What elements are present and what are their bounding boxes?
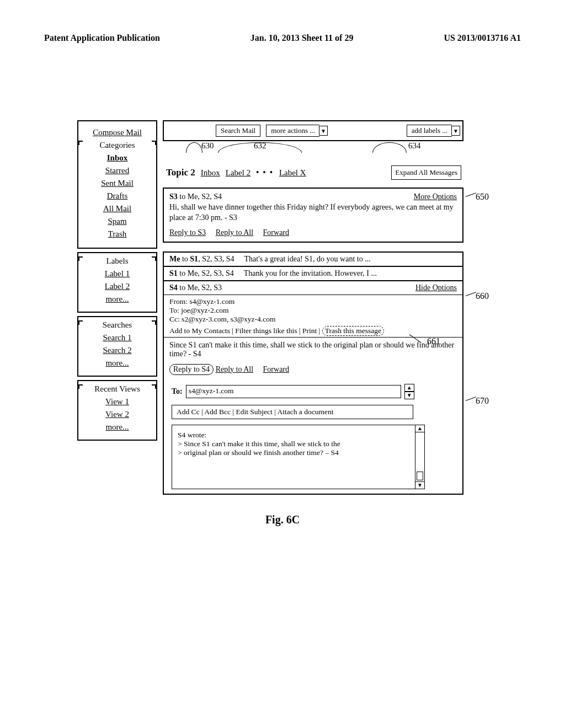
sidebar-view-1[interactable]: View 1 (79, 397, 155, 406)
ref-650: 650 (476, 192, 489, 202)
collapsed-message[interactable]: S1 to Me, S2, S3, S4 Thank you for the i… (163, 267, 463, 281)
sidebar-starred[interactable]: Starred (79, 166, 155, 175)
label-ellipsis: • • • (256, 168, 274, 177)
sidebar-search-1[interactable]: Search 1 (79, 333, 155, 342)
sidebar-all-mail[interactable]: All Mail (79, 204, 155, 213)
forward-link[interactable]: Forward (263, 228, 289, 237)
compose-mail-link[interactable]: Compose Mail (79, 128, 155, 137)
topic-label-x[interactable]: Label X (279, 168, 306, 178)
compose-textarea[interactable]: S4 wrote: > Since S1 can't make it this … (172, 425, 415, 489)
sidebar-label-1[interactable]: Label 1 (79, 269, 155, 279)
message-card: S3 to Me, S2, S4 More Options Hi, shall … (163, 188, 463, 243)
ref-632: 632 (254, 141, 266, 151)
sidebar-sent-mail[interactable]: Sent Mail (79, 179, 155, 188)
add-labels-dropdown[interactable]: add labels ... ▼ (407, 125, 460, 137)
message-participants: Me to S1, S2, S3, S4 (169, 255, 234, 264)
recent-views-heading: Recent Views (79, 384, 155, 394)
hide-options-link[interactable]: Hide Options (415, 283, 457, 292)
reply-all-link[interactable]: Reply to All (216, 228, 253, 237)
message-meta-actions: Add to My Contacts | Filter things like … (164, 326, 462, 337)
scroll-down-icon[interactable]: ▼ (415, 481, 424, 489)
to-field[interactable]: s4@xyz-1.com (186, 385, 401, 398)
meta-cc: Cc: s2@xyz-3.com, s3@xyz-4.com (169, 315, 457, 324)
forward-link[interactable]: Forward (263, 365, 289, 373)
message-snippet: That's a great idea! S1, do you want to … (244, 255, 370, 264)
compose-options[interactable]: Add Cc | Add Bcc | Edit Subject | Attach… (172, 405, 413, 419)
trash-this-message[interactable]: Trash this message (322, 326, 384, 336)
expand-all-button[interactable]: Expand All Messages (391, 165, 461, 180)
topic-label-inbox[interactable]: Inbox (201, 168, 220, 178)
sidebar-spam[interactable]: Spam (79, 217, 155, 226)
header-right: US 2013/0013716 A1 (444, 33, 521, 43)
patent-doc-header: Patent Application Publication Jan. 10, … (44, 33, 521, 43)
reply-link[interactable]: Reply to S3 (169, 228, 206, 237)
more-actions-dropdown[interactable]: more actions ... ▼ (266, 125, 328, 137)
figure-caption: Fig. 6C (44, 513, 521, 526)
scroll-down-icon[interactable]: ▼ (404, 392, 414, 399)
topic-label-2[interactable]: Label 2 (226, 168, 250, 178)
main-pane: Search Mail more actions ... ▼ add label… (163, 120, 463, 495)
callout-row: 630 632 634 (163, 142, 463, 162)
toolbar: Search Mail more actions ... ▼ add label… (163, 120, 463, 141)
sidebar-inbox[interactable]: Inbox (79, 153, 155, 163)
meta-from: From: s4@xyz-1.com (169, 297, 457, 306)
sidebar-drafts[interactable]: Drafts (79, 191, 155, 201)
searches-heading: Searches (79, 320, 155, 330)
ref-661: 661 (427, 336, 440, 346)
textarea-scrollbar[interactable]: ▲ ▼ (415, 425, 425, 489)
scroll-up-icon[interactable]: ▲ (404, 384, 414, 392)
meta-to: To: joe@xyz-2.com (169, 306, 457, 315)
sidebar-trash[interactable]: Trash (79, 229, 155, 239)
message-metadata: From: s4@xyz-1.com To: joe@xyz-2.com Cc:… (164, 295, 462, 326)
dropdown-arrow-icon: ▼ (451, 126, 460, 136)
reply-link[interactable]: Reply to S4 (169, 364, 214, 375)
sidebar-searches-more[interactable]: more... (79, 358, 155, 368)
scroll-up-icon[interactable]: ▲ (415, 425, 424, 432)
dropdown-arrow-icon: ▼ (319, 126, 328, 136)
search-mail-button[interactable]: Search Mail (216, 125, 260, 137)
header-center: Jan. 10, 2013 Sheet 11 of 29 (250, 33, 354, 43)
reply-compose-panel: To: s4@xyz-1.com ▲ ▼ Add Cc | Add Bcc | … (164, 379, 462, 494)
sidebar-search-2[interactable]: Search 2 (79, 346, 155, 355)
sidebar-view-2[interactable]: View 2 (79, 410, 155, 419)
ref-634: 634 (408, 141, 421, 151)
labels-heading: Labels (79, 256, 155, 266)
conversation-header: Topic 2 Inbox Label 2 • • • Label X Expa… (163, 163, 463, 184)
ref-670: 670 (476, 396, 489, 406)
message-participants: S3 to Me, S2, S4 (169, 192, 222, 202)
sidebar-recent-more[interactable]: more... (79, 422, 155, 432)
ref-660: 660 (476, 291, 489, 301)
more-options-link[interactable]: More Options (414, 192, 457, 202)
scrollbar-thumb[interactable] (417, 472, 423, 480)
message-participants: S1 to Me, S2, S3, S4 (169, 269, 234, 278)
collapsed-message[interactable]: Me to S1, S2, S3, S4 That's a great idea… (163, 251, 463, 267)
sidebar-labels-more[interactable]: more... (79, 295, 155, 304)
ref-630: 630 (201, 141, 214, 151)
topic-title: Topic 2 (166, 167, 195, 178)
expanded-message: S4 to Me, S2, S3 Hide Options From: s4@x… (163, 281, 463, 495)
header-left: Patent Application Publication (44, 33, 160, 43)
categories-heading: Categories (79, 141, 155, 150)
message-body: Hi, shall we have dinner together this F… (169, 202, 457, 223)
sidebar: Compose Mail Categories Inbox Starred Se… (77, 120, 157, 495)
message-snippet: Thank you for the invitation. However, I… (244, 269, 377, 278)
message-participants: S4 to Me, S2, S3 (169, 283, 222, 292)
reply-all-link[interactable]: Reply to All (216, 365, 253, 373)
to-label: To: (172, 387, 183, 396)
sidebar-label-2[interactable]: Label 2 (79, 282, 155, 291)
